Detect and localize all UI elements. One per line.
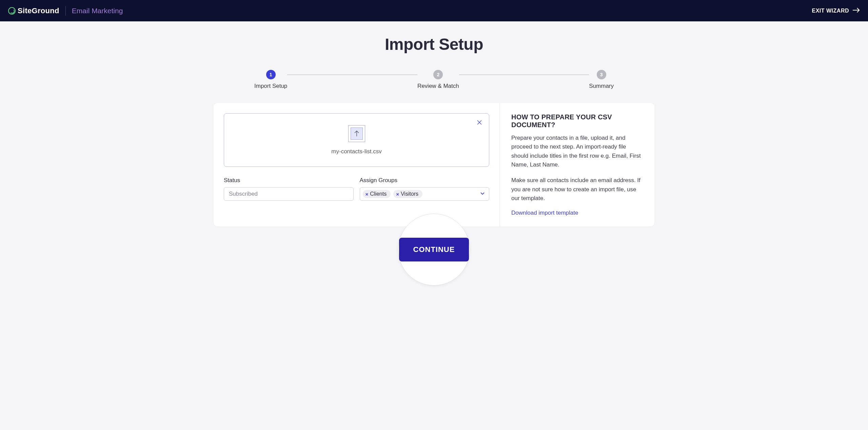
highlight-circle: CONTINUE xyxy=(398,214,470,286)
exit-wizard-label: EXIT WIZARD xyxy=(812,8,849,14)
main: Import Setup 1 Import Setup 2 Review & M… xyxy=(200,21,668,313)
topbar: SiteGround Email Marketing EXIT WIZARD xyxy=(0,0,868,21)
arrow-right-icon xyxy=(852,7,860,15)
help-paragraph: Make sure all contacts include an email … xyxy=(511,176,643,203)
status-group: Status Subscribed xyxy=(224,177,354,201)
step-number: 2 xyxy=(433,70,443,79)
help-title: HOW TO PREPARE YOUR CSV DOCUMENT? xyxy=(511,113,643,129)
product-name: Email Marketing xyxy=(72,7,123,15)
wizard-card: my-contacts-list.csv Status Subscribed A… xyxy=(214,103,654,227)
step-line xyxy=(287,75,417,75)
groups-group: Assign Groups × Clients × Visitors xyxy=(360,177,490,201)
header-divider xyxy=(65,6,66,16)
upload-icon-frame xyxy=(348,125,365,142)
remove-file-button[interactable] xyxy=(475,118,484,128)
status-label: Status xyxy=(224,177,354,184)
step-summary[interactable]: 3 Summary xyxy=(589,70,614,90)
step-label: Review & Match xyxy=(417,83,459,90)
step-line xyxy=(459,75,589,75)
status-value: Subscribed xyxy=(229,191,258,197)
status-select[interactable]: Subscribed xyxy=(224,187,354,201)
step-number: 3 xyxy=(597,70,606,79)
brand-logo[interactable]: SiteGround xyxy=(8,6,59,15)
page-title: Import Setup xyxy=(214,35,654,54)
help-panel: HOW TO PREPARE YOUR CSV DOCUMENT? Prepar… xyxy=(500,103,654,227)
swirl-icon xyxy=(8,7,16,15)
upload-icon xyxy=(351,128,363,140)
step-number: 1 xyxy=(266,70,276,79)
group-tag: × Visitors xyxy=(393,190,422,198)
continue-wrap: CONTINUE xyxy=(214,214,654,286)
brand-name: SiteGround xyxy=(18,6,59,15)
step-label: Summary xyxy=(589,83,614,90)
chevron-down-icon[interactable] xyxy=(480,191,485,197)
step-label: Import Setup xyxy=(254,83,287,90)
groups-label: Assign Groups xyxy=(360,177,490,184)
step-import-setup[interactable]: 1 Import Setup xyxy=(254,70,287,90)
groups-multiselect[interactable]: × Clients × Visitors xyxy=(360,187,490,201)
step-review-match[interactable]: 2 Review & Match xyxy=(417,70,459,90)
continue-button[interactable]: CONTINUE xyxy=(399,238,469,261)
stepper: 1 Import Setup 2 Review & Match 3 Summar… xyxy=(254,70,614,90)
group-tag: × Clients xyxy=(363,190,391,198)
remove-tag-icon[interactable]: × xyxy=(396,192,399,197)
remove-tag-icon[interactable]: × xyxy=(366,192,369,197)
exit-wizard-button[interactable]: EXIT WIZARD xyxy=(812,7,860,15)
form-row: Status Subscribed Assign Groups × Client… xyxy=(224,177,489,201)
topbar-left: SiteGround Email Marketing xyxy=(8,6,123,16)
help-paragraph: Prepare your contacts in a file, upload … xyxy=(511,134,643,169)
card-left: my-contacts-list.csv Status Subscribed A… xyxy=(214,103,500,227)
file-upload-box[interactable]: my-contacts-list.csv xyxy=(224,113,489,167)
close-icon xyxy=(477,121,482,126)
uploaded-filename: my-contacts-list.csv xyxy=(331,148,381,155)
tag-label: Clients xyxy=(370,191,387,197)
tag-label: Visitors xyxy=(401,191,418,197)
